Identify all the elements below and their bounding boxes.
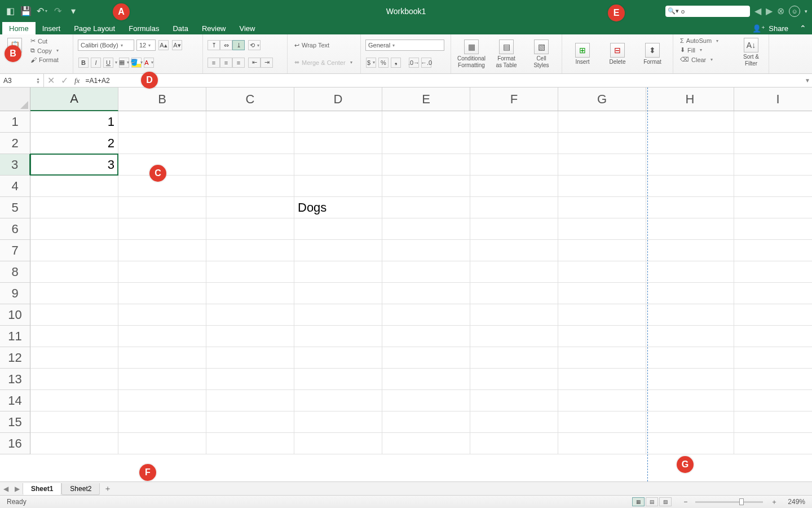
cell-A14[interactable] — [30, 390, 118, 411]
cell-C15[interactable] — [206, 411, 294, 433]
cell-F10[interactable] — [470, 304, 558, 326]
cell-H12[interactable] — [646, 347, 734, 369]
clear-button[interactable]: ⌫Clear — [678, 55, 734, 64]
row-header-7[interactable]: 7 — [0, 240, 30, 261]
font-size-select[interactable]: 12 — [136, 40, 156, 51]
cell-H1[interactable] — [646, 111, 734, 133]
cell-I9[interactable] — [734, 283, 812, 304]
fill-color-button[interactable]: 🪣 — [131, 58, 142, 68]
cell-D7[interactable] — [294, 240, 382, 261]
increase-indent-icon[interactable]: ⇥ — [261, 58, 273, 68]
row-header-4[interactable]: 4 — [0, 176, 30, 197]
cell-E14[interactable] — [382, 390, 470, 411]
cell-E10[interactable] — [382, 304, 470, 326]
panel-toggle-icon[interactable]: ◧ — [5, 6, 16, 17]
cell-A12[interactable] — [30, 347, 118, 369]
cell-D13[interactable] — [294, 369, 382, 390]
percent-icon[interactable]: % — [378, 58, 389, 68]
cell-G15[interactable] — [558, 411, 646, 433]
tab-page-layout[interactable]: Page Layout — [67, 22, 122, 34]
cell-D2[interactable] — [294, 133, 382, 154]
cell-I1[interactable] — [734, 111, 812, 133]
cell-F13[interactable] — [470, 369, 558, 390]
search-close-icon[interactable]: ⊗ — [777, 6, 784, 16]
cell-I11[interactable] — [734, 326, 812, 347]
cell-area[interactable]: 123Dogs — [30, 111, 812, 481]
row-header-1[interactable]: 1 — [0, 111, 30, 133]
row-header-9[interactable]: 9 — [0, 283, 30, 304]
cell-D3[interactable] — [294, 154, 382, 176]
expand-formula-bar-icon[interactable]: ▼ — [803, 77, 812, 84]
view-page-break-icon[interactable]: ▧ — [659, 497, 672, 506]
cell-D6[interactable] — [294, 218, 382, 240]
cell-G16[interactable] — [558, 433, 646, 454]
cell-F15[interactable] — [470, 411, 558, 433]
save-icon[interactable]: 💾 — [20, 6, 32, 17]
cell-H11[interactable] — [646, 326, 734, 347]
cell-A15[interactable] — [30, 411, 118, 433]
redo-icon[interactable]: ↷ — [52, 6, 63, 17]
format-cells-button[interactable]: ⬍Format — [637, 42, 668, 67]
enter-formula-icon[interactable]: ✓ — [58, 75, 71, 86]
cell-H5[interactable] — [646, 197, 734, 218]
cell-A2[interactable]: 2 — [30, 133, 118, 154]
cell-B6[interactable] — [118, 218, 206, 240]
row-header-10[interactable]: 10 — [0, 304, 30, 326]
cell-E9[interactable] — [382, 283, 470, 304]
cell-E11[interactable] — [382, 326, 470, 347]
cell-H7[interactable] — [646, 240, 734, 261]
column-header-F[interactable]: F — [470, 87, 558, 111]
cell-F4[interactable] — [470, 176, 558, 197]
cell-D1[interactable] — [294, 111, 382, 133]
increase-decimal-icon[interactable]: .0→ — [409, 58, 419, 68]
insert-cells-button[interactable]: ⊞Insert — [567, 42, 598, 67]
autosum-button[interactable]: ΣAutoSum — [678, 37, 734, 45]
align-middle-icon[interactable]: ⇔ — [220, 40, 232, 50]
merge-center-button[interactable]: ⬌Merge & Center — [292, 58, 356, 67]
cell-I3[interactable] — [734, 154, 812, 176]
cell-F2[interactable] — [470, 133, 558, 154]
cell-F5[interactable] — [470, 197, 558, 218]
column-header-H[interactable]: H — [646, 87, 734, 111]
align-center-icon[interactable]: ≡ — [220, 58, 232, 68]
sort-filter-button[interactable]: A↓Sort & Filter — [738, 37, 764, 71]
zoom-in-button[interactable]: ＋ — [767, 497, 781, 507]
cut-button[interactable]: ✂Cut — [28, 37, 61, 45]
cancel-formula-icon[interactable]: ✕ — [44, 75, 58, 86]
cell-G3[interactable] — [558, 154, 646, 176]
cell-B7[interactable] — [118, 240, 206, 261]
cell-H16[interactable] — [646, 433, 734, 454]
tab-home[interactable]: Home — [2, 22, 36, 34]
cell-B16[interactable] — [118, 433, 206, 454]
delete-cells-button[interactable]: ⊟Delete — [602, 42, 633, 67]
cell-I7[interactable] — [734, 240, 812, 261]
cell-E6[interactable] — [382, 218, 470, 240]
conditional-formatting-button[interactable]: ▦Conditional Formatting — [456, 38, 487, 69]
view-page-layout-icon[interactable]: ▤ — [646, 497, 658, 506]
cell-D11[interactable] — [294, 326, 382, 347]
row-header-15[interactable]: 15 — [0, 411, 30, 433]
decrease-decimal-icon[interactable]: ←.0 — [421, 58, 431, 68]
cell-B1[interactable] — [118, 111, 206, 133]
sheet-tab-2[interactable]: Sheet2 — [61, 483, 100, 495]
wrap-text-button[interactable]: ↩Wrap Text — [292, 41, 356, 50]
cell-G9[interactable] — [558, 283, 646, 304]
cell-G4[interactable] — [558, 176, 646, 197]
increase-font-icon[interactable]: A▴ — [158, 40, 169, 50]
column-header-B[interactable]: B — [118, 87, 206, 111]
format-as-table-button[interactable]: ▤Format as Table — [491, 38, 522, 69]
cell-F1[interactable] — [470, 111, 558, 133]
cell-G14[interactable] — [558, 390, 646, 411]
row-header-2[interactable]: 2 — [0, 133, 30, 154]
cell-E2[interactable] — [382, 133, 470, 154]
zoom-level[interactable]: 249% — [788, 498, 805, 506]
zoom-out-button[interactable]: − — [680, 498, 691, 506]
cell-B15[interactable] — [118, 411, 206, 433]
font-name-select[interactable]: Calibri (Body) — [78, 40, 134, 51]
copy-button[interactable]: ⧉Copy — [28, 46, 61, 55]
name-box[interactable]: A3 ▲▼ — [0, 74, 44, 87]
cell-D8[interactable] — [294, 261, 382, 283]
align-left-icon[interactable]: ≡ — [208, 58, 220, 68]
row-header-8[interactable]: 8 — [0, 261, 30, 283]
cell-F7[interactable] — [470, 240, 558, 261]
